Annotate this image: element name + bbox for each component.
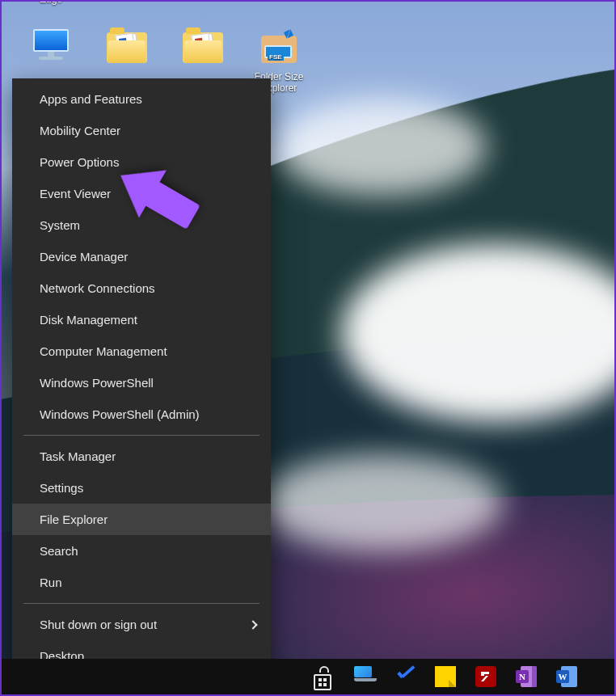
menu-item-apps-and-features[interactable]: Apps and Features <box>12 83 271 115</box>
menu-item-label: Windows PowerShell <box>40 376 154 390</box>
menu-item-search[interactable]: Search <box>12 535 271 567</box>
word-icon: W <box>556 666 577 687</box>
desktop-icon-this-pc[interactable] <box>16 29 86 71</box>
wallpaper-cloud <box>260 454 503 551</box>
taskbar-item-microsoft-store[interactable] <box>304 659 344 694</box>
onenote-icon: N <box>516 666 537 687</box>
menu-item-network-connections[interactable]: Network Connections <box>12 272 271 304</box>
taskbar-item-laptop-app[interactable] <box>344 659 385 694</box>
menu-item-settings[interactable]: Settings <box>12 472 271 504</box>
menu-item-label: Computer Management <box>40 344 167 358</box>
menu-item-label: Disk Management <box>40 313 137 327</box>
microsoft-store-icon <box>314 666 335 687</box>
desktop-icon-edge[interactable]: Edge <box>16 0 86 5</box>
menu-item-label: Event Viewer <box>40 187 111 200</box>
microsoft-todo-icon <box>393 666 417 687</box>
menu-item-computer-management[interactable]: Computer Management <box>12 335 271 367</box>
filezilla-icon <box>475 666 496 687</box>
menu-item-windows-powershell-admin[interactable]: Windows PowerShell (Admin) <box>12 399 271 430</box>
menu-item-system[interactable]: System <box>12 209 271 241</box>
menu-item-windows-powershell[interactable]: Windows PowerShell <box>12 367 271 399</box>
menu-item-run[interactable]: Run <box>12 567 271 598</box>
menu-item-label: System <box>40 218 80 232</box>
menu-item-label: Settings <box>40 481 83 495</box>
desktop-icon-label: Edge <box>16 0 86 5</box>
menu-item-label: Task Manager <box>40 449 116 463</box>
fse-icon: FSE <box>256 29 302 68</box>
laptop-app-icon <box>354 666 375 687</box>
menu-item-label: Apps and Features <box>40 92 142 106</box>
desktop-icon-folder-documents[interactable] <box>168 29 238 74</box>
menu-item-label: Shut down or sign out <box>40 618 157 631</box>
folder-icon <box>104 32 150 71</box>
menu-item-label: Search <box>40 544 78 558</box>
desktop-icon-folder-compressed[interactable] <box>92 29 162 74</box>
taskbar-item-word[interactable]: W <box>546 659 587 694</box>
menu-item-label: Run <box>40 576 62 589</box>
sticky-notes-icon <box>435 666 456 687</box>
menu-item-label: File Explorer <box>40 513 108 526</box>
menu-item-label: Device Manager <box>40 250 128 264</box>
taskbar-item-filezilla[interactable] <box>466 659 506 694</box>
menu-item-label: Mobility Center <box>40 124 120 137</box>
menu-item-task-manager[interactable]: Task Manager <box>12 441 271 472</box>
taskbar-item-sticky-notes[interactable] <box>425 659 466 694</box>
pc-icon <box>28 29 74 68</box>
menu-separator <box>23 603 259 604</box>
menu-item-label: Network Connections <box>40 281 155 295</box>
menu-item-disk-management[interactable]: Disk Management <box>12 304 271 335</box>
menu-item-device-manager[interactable]: Device Manager <box>12 241 271 272</box>
menu-item-label: Windows PowerShell (Admin) <box>40 407 200 421</box>
menu-separator <box>23 435 259 436</box>
taskbar-item-microsoft-todo[interactable] <box>385 659 425 694</box>
menu-item-file-explorer[interactable]: File Explorer <box>12 504 271 535</box>
menu-item-shutdown-signout[interactable]: Shut down or sign out <box>12 609 271 640</box>
menu-item-mobility-center[interactable]: Mobility Center <box>12 115 271 146</box>
taskbar-item-onenote[interactable]: N <box>506 659 546 694</box>
taskbar: N W <box>2 659 614 694</box>
folder-icon <box>180 32 226 71</box>
chevron-right-icon <box>248 620 257 629</box>
menu-item-label: Power Options <box>40 155 119 169</box>
